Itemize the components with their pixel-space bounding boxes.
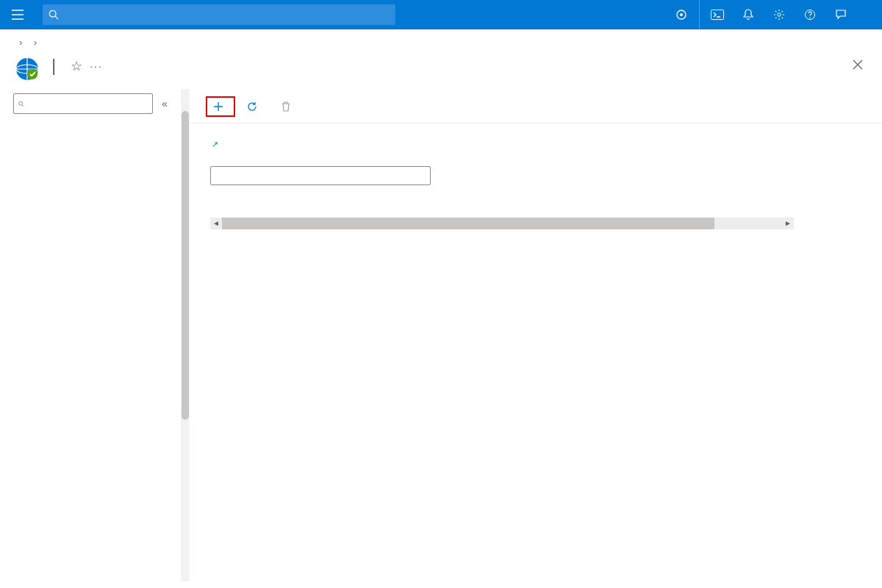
svg-point-3 — [680, 13, 683, 16]
close-icon[interactable] — [848, 55, 867, 74]
feedback-icon[interactable] — [826, 0, 856, 29]
svg-point-0 — [49, 10, 56, 17]
horizontal-scrollbar[interactable]: ◄ ► — [210, 218, 794, 229]
favorite-icon[interactable]: ☆ — [71, 58, 82, 74]
svg-line-1 — [55, 16, 58, 19]
filter-input[interactable] — [210, 166, 431, 185]
refresh-icon — [247, 101, 257, 112]
breadcrumb: › › — [0, 29, 882, 52]
svg-point-10 — [27, 69, 37, 79]
copilot-icon — [675, 9, 687, 21]
refresh-button[interactable] — [240, 96, 269, 117]
search-icon — [49, 10, 59, 20]
external-link-icon: ↗ — [212, 140, 218, 148]
help-icon[interactable] — [795, 0, 825, 29]
global-search[interactable] — [43, 4, 395, 25]
cloud-shell-icon[interactable] — [703, 0, 732, 29]
svg-point-11 — [19, 101, 23, 105]
command-bar — [190, 93, 882, 123]
tab-description: ↗ — [190, 131, 807, 151]
svg-rect-4 — [711, 10, 724, 20]
copilot-button[interactable] — [668, 0, 700, 29]
svg-point-5 — [778, 13, 781, 16]
title-row: | ☆ ··· — [0, 52, 882, 89]
create-button[interactable] — [206, 96, 235, 117]
search-icon — [18, 99, 24, 109]
tabs — [190, 123, 882, 131]
menu-icon[interactable] — [6, 3, 29, 26]
sidebar-scrollbar[interactable] — [181, 89, 190, 581]
resource-icon — [15, 57, 40, 82]
more-icon[interactable]: ··· — [90, 60, 103, 72]
settings-icon[interactable] — [764, 0, 794, 29]
plus-icon — [213, 101, 223, 112]
collapse-sidebar-icon[interactable]: « — [159, 95, 171, 112]
scroll-right-icon[interactable]: ► — [782, 218, 794, 229]
notifications-icon[interactable] — [734, 0, 763, 29]
learn-more-link[interactable]: ↗ — [210, 138, 218, 149]
top-bar — [0, 0, 882, 29]
sidebar-search-input[interactable] — [24, 98, 148, 110]
delete-button — [273, 96, 303, 117]
sidebar-search[interactable] — [13, 93, 153, 114]
svg-point-7 — [809, 17, 811, 18]
scroll-left-icon[interactable]: ◄ — [210, 218, 222, 229]
sidebar: « — [0, 89, 190, 581]
main-content: ↗ ◄ ► — [190, 89, 882, 581]
trash-icon — [281, 101, 291, 112]
global-search-input[interactable] — [59, 10, 390, 21]
